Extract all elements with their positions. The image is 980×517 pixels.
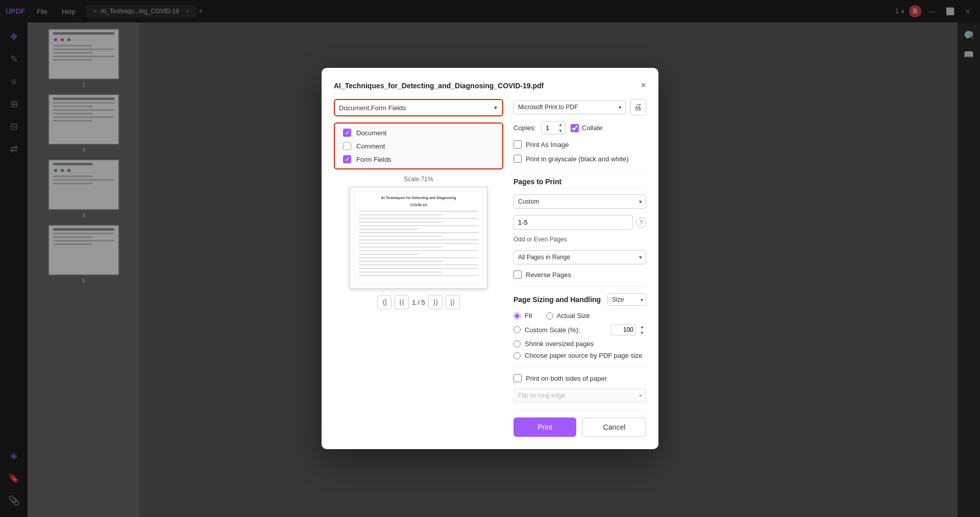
fit-actual-row: Fit Actual Size: [513, 312, 646, 319]
dialog-title: AI_Techniques_for_Detecting_and_Diagnosi…: [334, 82, 544, 90]
page-sizing-section-title: Page Sizing and Handling: [513, 296, 601, 304]
radio-group: Fit Actual Size Custom Scale (%):: [513, 312, 646, 359]
copies-increment-button[interactable]: ▲: [556, 122, 565, 128]
dialog-close-button[interactable]: ×: [641, 80, 646, 91]
document-checkbox-label: Document: [356, 129, 386, 137]
custom-scale-label: Custom Scale (%):: [525, 326, 580, 334]
print-as-image-row: Print As Image: [513, 140, 646, 149]
fit-label: Fit: [525, 312, 532, 319]
print-as-image-checkbox[interactable]: [513, 140, 522, 149]
custom-scale-radio[interactable]: [513, 326, 521, 333]
sizing-mode-select[interactable]: Size Poster Multiple Booklet: [607, 293, 646, 306]
printer-settings-button[interactable]: 🖨: [630, 99, 646, 115]
comment-checkbox-label: Comment: [356, 142, 385, 150]
actual-size-radio[interactable]: [546, 312, 553, 319]
preview-title2: COVID-19: [359, 203, 478, 207]
page-range-row: ?: [513, 215, 646, 230]
print-button[interactable]: Print: [513, 417, 576, 437]
scale-text: Scale:71%: [404, 176, 433, 183]
page-current-indicator: 1 / 5: [412, 299, 425, 306]
copies-spinner: ▲ ▼: [556, 122, 565, 134]
both-sides-label: Print on both sides of paper: [526, 375, 607, 382]
right-panel: Microsoft Print to PDF Adobe PDF Send to…: [513, 99, 646, 437]
page-range-help-icon[interactable]: ?: [636, 217, 646, 228]
custom-scale-input-wrapper: ▲ ▼: [610, 324, 646, 336]
document-check-icon: ✓: [345, 130, 350, 136]
flip-select[interactable]: Flip on long edge: [513, 388, 646, 403]
document-checkbox-box[interactable]: ✓: [343, 129, 351, 137]
print-grayscale-row: Print in grayscale (black and white): [513, 155, 646, 163]
cancel-button[interactable]: Cancel: [582, 417, 646, 437]
page-range-input[interactable]: [513, 215, 633, 230]
pages-to-print-select[interactable]: Custom All Pages Current Page: [513, 194, 646, 209]
pages-to-print-section-title: Pages to Print: [513, 178, 646, 188]
form-fields-checkbox-label: Form Fields: [356, 156, 391, 163]
preview-pagination: ⟨| ⟨⟨ 1 / 5 ⟩⟩ |⟩: [377, 293, 459, 311]
last-page-button[interactable]: |⟩: [446, 295, 460, 309]
custom-scale-row: Custom Scale (%): ▲ ▼: [513, 324, 646, 336]
both-sides-row: Print on both sides of paper: [513, 374, 646, 382]
shrink-oversized-row: Shrink oversized pages: [513, 340, 646, 348]
form-fields-check-icon: ✓: [345, 156, 350, 163]
form-fields-checkbox-box[interactable]: ✓: [343, 155, 351, 163]
checkbox-document[interactable]: ✓ Document: [343, 129, 494, 137]
print-grayscale-label: Print in grayscale (black and white): [526, 155, 629, 163]
divider-2: [513, 286, 646, 286]
checkbox-comment[interactable]: Comment: [343, 142, 494, 150]
shrink-oversized-label: Shrink oversized pages: [525, 340, 594, 348]
checkbox-group: ✓ Document Comment ✓ Form Fields: [334, 122, 503, 169]
printer-select[interactable]: Microsoft Print to PDF Adobe PDF Send to…: [513, 100, 626, 114]
doc-type-select-wrapper: Document,Form Fields Document Document,C…: [334, 99, 503, 116]
flip-wrapper: Flip on long edge ▾: [513, 388, 646, 403]
dialog-body: Document,Form Fields Document Document,C…: [334, 99, 646, 437]
dialog-header: AI_Techniques_for_Detecting_and_Diagnosi…: [334, 80, 646, 91]
copies-label: Copies:: [513, 124, 536, 132]
actual-size-label: Actual Size: [556, 312, 590, 319]
preview-document: AI Techniques for Detecting and Diagnosi…: [350, 187, 487, 289]
pages-select-wrapper: Custom All Pages Current Page ▾: [513, 194, 646, 209]
printer-row: Microsoft Print to PDF Adobe PDF Send to…: [513, 99, 646, 115]
both-sides-checkbox[interactable]: [513, 374, 522, 382]
dialog-overlay: AI_Techniques_for_Detecting_and_Diagnosi…: [0, 0, 980, 517]
print-as-image-label: Print As Image: [526, 141, 569, 149]
left-panel: Document,Form Fields Document Document,C…: [334, 99, 503, 437]
print-dialog: AI_Techniques_for_Detecting_and_Diagnosi…: [322, 68, 658, 449]
preview-area: Scale:71% AI Techniques for Detecting an…: [334, 176, 503, 437]
reverse-pages-row: Reverse Pages: [513, 270, 646, 279]
collate-label: Collate: [582, 124, 602, 132]
fit-radio[interactable]: [513, 312, 521, 319]
paper-source-row: Choose paper source by PDF page size: [513, 352, 646, 359]
odd-even-label-text: Odd or Even Pages: [513, 236, 646, 243]
first-page-button[interactable]: ⟨|: [377, 295, 391, 309]
divider-3: [513, 366, 646, 367]
collate-checkbox[interactable]: [571, 124, 579, 132]
paper-source-label: Choose paper source by PDF page size: [525, 352, 643, 359]
checkbox-form-fields[interactable]: ✓ Form Fields: [343, 155, 494, 163]
doc-type-select[interactable]: Document,Form Fields Document Document,C…: [339, 104, 498, 112]
reverse-pages-label: Reverse Pages: [526, 271, 571, 279]
custom-scale-increment-button[interactable]: ▲: [638, 324, 646, 330]
collate-row: Collate: [571, 124, 602, 132]
preview-doc-inner: AI Techniques for Detecting and Diagnosi…: [354, 191, 483, 284]
copies-row: Copies: ▲ ▼: [513, 121, 566, 134]
custom-scale-input[interactable]: [610, 324, 636, 335]
next-page-button[interactable]: ⟩⟩: [428, 295, 443, 309]
custom-scale-decrement-button[interactable]: ▼: [638, 330, 646, 336]
odd-even-select[interactable]: All Pages in Range Odd Pages Only Even P…: [513, 250, 646, 264]
divider-1: [513, 170, 646, 170]
paper-source-radio[interactable]: [513, 352, 521, 359]
prev-page-button[interactable]: ⟨⟨: [395, 295, 409, 309]
comment-checkbox-box[interactable]: [343, 142, 351, 150]
action-row: Print Cancel: [513, 417, 646, 437]
divider-4: [513, 410, 646, 410]
odd-even-wrapper: All Pages in Range Odd Pages Only Even P…: [513, 250, 646, 264]
printer-select-wrapper: Microsoft Print to PDF Adobe PDF Send to…: [513, 100, 626, 114]
copies-input-wrapper: ▲ ▼: [541, 121, 566, 134]
preview-title1: AI Techniques for Detecting and Diagnosi…: [359, 196, 478, 200]
print-grayscale-checkbox[interactable]: [513, 155, 522, 163]
custom-scale-spinner: ▲ ▼: [638, 324, 646, 336]
page-sizing-header: Page Sizing and Handling Size Poster Mul…: [513, 293, 646, 306]
copies-decrement-button[interactable]: ▼: [556, 128, 565, 134]
reverse-pages-checkbox[interactable]: [513, 270, 522, 279]
shrink-oversized-radio[interactable]: [513, 340, 521, 348]
